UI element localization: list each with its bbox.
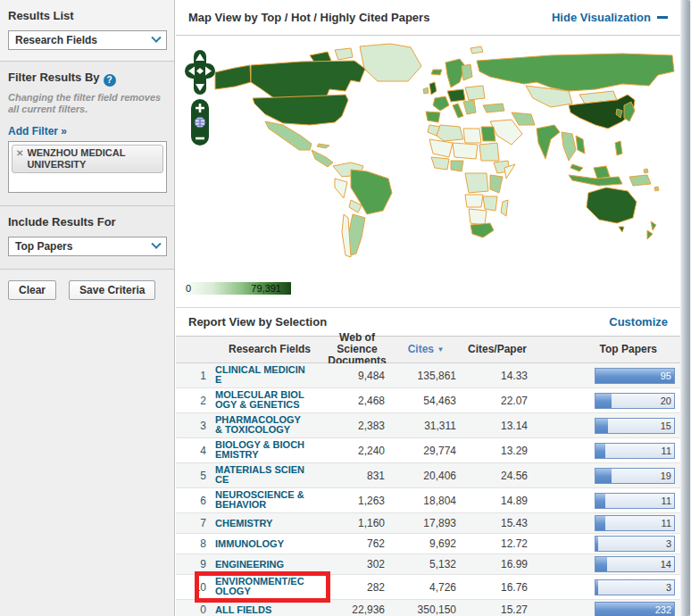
row-field-link[interactable]: NEUROSCIENCE & BEHAVIOR <box>215 490 306 510</box>
map-zoom-control[interactable] <box>190 98 210 146</box>
row-cites: 20,406 <box>390 470 462 482</box>
add-filter-link[interactable]: Add Filter » <box>8 125 67 137</box>
row-field-link[interactable]: PHARMACOLOGY & TOXICOLOGY <box>215 415 306 435</box>
top-papers-bar-value: 3 <box>666 538 671 549</box>
row-cites: 9,692 <box>390 537 462 550</box>
field-column-header[interactable]: Research Fields <box>215 344 324 355</box>
top-papers-bar: 95 <box>595 368 675 384</box>
table-row: 8 IMMUNOLOGY 762 9,692 12.72 3 <box>176 534 680 554</box>
chevron-down-icon <box>146 31 166 49</box>
include-results-dropdown[interactable]: Top Papers <box>8 237 167 256</box>
map-header: Map View by Top / Hot / Highly Cited Pap… <box>176 0 680 36</box>
map-legend: 0 79,391 <box>182 282 291 295</box>
row-docs: 282 <box>324 581 390 594</box>
report-header: Report View by Selection Customize <box>176 307 680 337</box>
row-field-link[interactable]: CHEMISTRY <box>215 519 306 529</box>
row-field-link[interactable]: ENGINEERING <box>215 560 306 570</box>
row-rank: 10 <box>176 581 215 594</box>
sidebar-actions: Clear Save Criteria <box>0 270 174 309</box>
row-cites: 4,726 <box>390 581 462 594</box>
row-field-link[interactable]: IMMUNOLOGY <box>215 539 306 549</box>
row-cites: 135,861 <box>390 370 462 382</box>
top-papers-bar: 11 <box>595 515 675 531</box>
hide-visualization-link[interactable]: Hide Visualization <box>552 11 668 24</box>
results-list-dropdown[interactable]: Research Fields <box>8 30 167 50</box>
row-ratio: 22.07 <box>462 395 533 407</box>
table-row: 4 BIOLOGY & BIOCHEMISTRY 2,240 29,774 13… <box>176 438 680 463</box>
row-docs: 1,263 <box>324 495 390 507</box>
table-row: 0 ALL FIELDS 22,936 350,150 15.27 232 <box>176 600 680 616</box>
top-papers-bar-fill <box>595 580 598 595</box>
row-rank: 8 <box>176 537 215 550</box>
row-docs: 2,468 <box>324 395 390 407</box>
row-field-link[interactable]: BIOLOGY & BIOCHEMISTRY <box>215 440 306 460</box>
filter-tag[interactable]: ✕ WENZHOU MEDICAL UNIVERSITY <box>12 145 163 173</box>
top-papers-bar: 11 <box>595 493 675 509</box>
row-rank: 1 <box>176 370 215 382</box>
filter-section: Filter Results By? Changing the filter f… <box>0 62 174 206</box>
results-list-section: Results List Research Fields <box>0 0 174 62</box>
top-papers-bar: 20 <box>595 393 675 409</box>
sort-descending-icon: ▼ <box>437 345 444 354</box>
row-docs: 2,240 <box>324 445 390 457</box>
top-papers-bar: 3 <box>595 579 675 595</box>
include-results-section: Include Results For Top Papers <box>0 206 174 270</box>
top-papers-column-header[interactable]: Top Papers <box>533 344 680 355</box>
hide-visualization-label: Hide Visualization <box>552 11 651 24</box>
collapse-minus-icon <box>657 16 668 19</box>
scrollbar-thumb[interactable] <box>681 0 690 616</box>
row-rank: 9 <box>176 558 215 570</box>
row-ratio: 13.14 <box>462 420 533 432</box>
top-papers-bar-fill <box>595 419 608 433</box>
top-papers-bar: 3 <box>595 536 675 552</box>
include-results-label: Include Results For <box>8 215 166 229</box>
table-row: 10 ENVIRONMENT/ECOLOGY 282 4,726 16.76 3 <box>176 575 680 600</box>
row-ratio: 14.89 <box>462 495 533 507</box>
ratio-column-header[interactable]: Cites/Paper <box>462 344 533 355</box>
row-field-link[interactable]: ENVIRONMENT/ECOLOGY <box>215 577 306 596</box>
report-table-header: Research Fields Web of Science Documents… <box>176 337 680 363</box>
table-row: 7 CHEMISTRY 1,160 17,893 15.43 11 <box>176 513 680 534</box>
row-docs: 22,936 <box>324 604 390 616</box>
top-papers-bar-fill <box>595 537 598 551</box>
row-ratio: 15.27 <box>462 604 533 616</box>
row-cites: 54,463 <box>390 395 462 407</box>
row-field-link[interactable]: MOLECULAR BIOLOGY & GENETICS <box>215 390 306 410</box>
top-papers-bar: 19 <box>595 468 675 484</box>
table-row: 1 CLINICAL MEDICINE 9,484 135,861 14.33 … <box>176 363 680 388</box>
row-rank: 7 <box>176 517 215 529</box>
chevron-down-icon <box>146 237 166 255</box>
top-papers-bar-value: 19 <box>661 470 671 481</box>
vertical-scrollbar[interactable] <box>680 0 691 616</box>
sidebar: Results List Research Fields Filter Resu… <box>0 0 175 616</box>
map-pan-control[interactable] <box>185 50 215 95</box>
top-papers-bar-value: 20 <box>661 395 671 406</box>
row-ratio: 13.29 <box>462 445 533 457</box>
save-criteria-button[interactable]: Save Criteria <box>69 280 155 300</box>
row-field-link[interactable]: CLINICAL MEDICINE <box>215 365 306 385</box>
row-field-link[interactable]: MATERIALS SCIENCE <box>215 465 306 485</box>
row-rank: 0 <box>176 604 215 616</box>
cites-column-header[interactable]: Cites ▼ <box>390 344 462 355</box>
clear-button[interactable]: Clear <box>8 280 56 300</box>
row-field-link[interactable]: ALL FIELDS <box>215 605 306 615</box>
row-docs: 1,160 <box>324 517 390 529</box>
top-papers-bar-value: 11 <box>662 495 671 506</box>
row-rank: 3 <box>176 420 215 432</box>
row-rank: 5 <box>176 470 215 482</box>
row-cites: 29,774 <box>390 445 462 457</box>
row-rank: 4 <box>176 445 215 457</box>
docs-column-header[interactable]: Web of Science Documents <box>324 332 390 367</box>
remove-filter-icon[interactable]: ✕ <box>16 147 23 171</box>
filter-tag-label: WENZHOU MEDICAL UNIVERSITY <box>27 147 152 171</box>
map-visualization: 0 79,391 <box>176 36 680 307</box>
help-icon[interactable]: ? <box>104 74 116 87</box>
top-papers-bar-fill <box>595 557 607 571</box>
customize-link[interactable]: Customize <box>609 315 668 329</box>
top-papers-bar: 14 <box>595 556 675 572</box>
include-results-value: Top Papers <box>15 240 72 253</box>
filter-note: Changing the filter field removes all cu… <box>8 92 166 115</box>
row-cites: 5,132 <box>390 558 462 570</box>
cites-column-label: Cites <box>408 343 434 355</box>
top-papers-bar-fill <box>595 394 612 408</box>
